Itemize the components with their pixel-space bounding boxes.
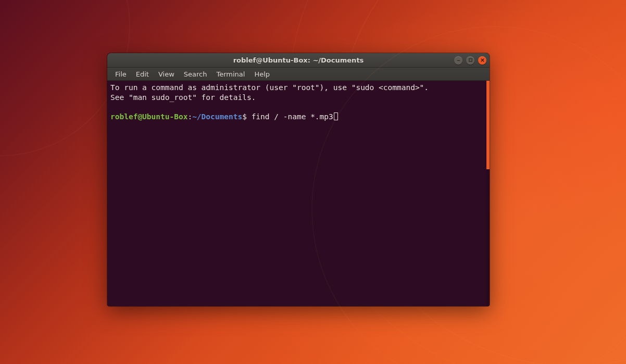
- minimize-icon: [456, 58, 461, 62]
- window-titlebar[interactable]: roblef@Ubuntu-Box: ~/Documents: [107, 53, 490, 68]
- prompt-user-host: roblef@Ubuntu-Box: [110, 112, 187, 121]
- prompt-cwd: ~/Documents: [192, 112, 242, 121]
- close-icon: [480, 58, 485, 62]
- maximize-icon: [468, 58, 473, 62]
- terminal-output-line: See "man sudo_root" for details.: [110, 93, 256, 102]
- menu-file[interactable]: File: [110, 69, 131, 80]
- menubar: File Edit View Search Terminal Help: [107, 68, 490, 81]
- menu-edit[interactable]: Edit: [131, 69, 154, 80]
- terminal-command-input[interactable]: find / -name *.mp3: [252, 112, 333, 121]
- minimize-button[interactable]: [454, 56, 462, 65]
- menu-help[interactable]: Help: [249, 69, 274, 80]
- prompt-separator: :: [187, 112, 192, 121]
- terminal-window: roblef@Ubuntu-Box: ~/Documents File Edit…: [107, 53, 490, 306]
- close-button[interactable]: [478, 56, 486, 65]
- prompt-sigil: $: [242, 112, 247, 121]
- scrollbar-track[interactable]: [486, 81, 490, 306]
- menu-terminal[interactable]: Terminal: [211, 69, 249, 80]
- menu-view[interactable]: View: [154, 69, 179, 80]
- window-title: roblef@Ubuntu-Box: ~/Documents: [107, 56, 490, 64]
- scrollbar-thumb[interactable]: [486, 81, 490, 169]
- terminal-viewport[interactable]: To run a command as administrator (user …: [107, 81, 490, 306]
- svg-rect-1: [469, 59, 471, 61]
- menu-search[interactable]: Search: [179, 69, 212, 80]
- terminal-cursor: [334, 112, 338, 120]
- maximize-button[interactable]: [466, 56, 474, 65]
- window-controls: [454, 56, 486, 65]
- terminal-output-line: To run a command as administrator (user …: [110, 83, 429, 92]
